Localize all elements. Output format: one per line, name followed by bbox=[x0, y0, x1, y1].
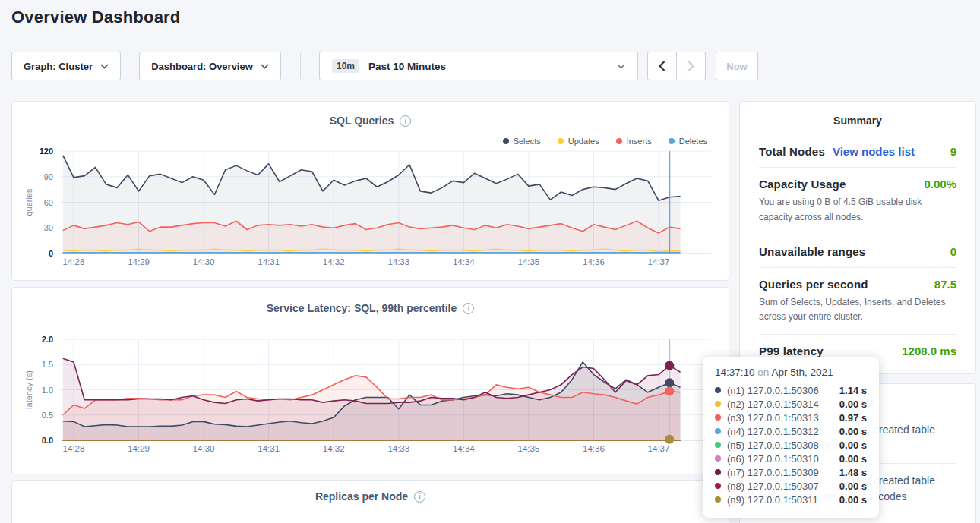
svg-text:60: 60 bbox=[44, 198, 53, 207]
node-dot-icon bbox=[715, 469, 721, 475]
time-range-label: Past 10 Minutes bbox=[368, 61, 446, 72]
tooltip-node-label: (n8) 127.0.0.1:50307 bbox=[727, 480, 833, 492]
svg-text:14:36: 14:36 bbox=[583, 444, 605, 453]
tooltip-node-value: 1.48 s bbox=[839, 467, 867, 478]
summary-row-capacity-usage: Capacity Usage 0.00% You are using 0 B o… bbox=[759, 167, 956, 235]
svg-text:1.0: 1.0 bbox=[42, 386, 53, 395]
replicas-chart-title: Replicas per Node i bbox=[12, 490, 729, 503]
time-range-dropdown[interactable]: 10m Past 10 Minutes bbox=[319, 52, 638, 80]
legend-item-updates[interactable]: Updates bbox=[558, 137, 599, 146]
info-icon[interactable]: i bbox=[463, 303, 474, 314]
node-dot-icon bbox=[715, 496, 721, 503]
node-dot-icon bbox=[715, 401, 721, 407]
svg-text:0.0: 0.0 bbox=[42, 436, 53, 445]
svg-text:latency (s): latency (s) bbox=[24, 370, 33, 409]
tooltip-node-value: 0.00 s bbox=[839, 426, 867, 437]
graph-dropdown-label: Graph: Cluster bbox=[24, 61, 93, 72]
tooltip-rows: (n1) 127.0.0.1:503061.14 s(n2) 127.0.0.1… bbox=[715, 383, 867, 506]
tooltip-node-row: (n4) 127.0.0.1:503120.00 s bbox=[715, 424, 867, 438]
node-dot-icon bbox=[715, 414, 721, 421]
node-dot-icon bbox=[715, 387, 721, 393]
svg-text:14:34: 14:34 bbox=[453, 444, 475, 453]
svg-text:14:36: 14:36 bbox=[583, 257, 605, 266]
sql-queries-chart-title: SQL Queries i bbox=[12, 115, 729, 127]
updates-dot-icon bbox=[558, 138, 564, 144]
svg-text:1.5: 1.5 bbox=[42, 360, 53, 369]
dashboard-dropdown-label: Dashboard: Overview bbox=[151, 61, 253, 72]
controls-divider bbox=[300, 53, 301, 79]
tooltip-node-label: (n9) 127.0.0.1:50311 bbox=[727, 494, 833, 506]
svg-text:14:30: 14:30 bbox=[193, 257, 215, 266]
svg-text:120: 120 bbox=[40, 147, 53, 156]
tooltip-node-label: (n2) 127.0.0.1:50314 bbox=[727, 399, 833, 410]
legend-item-selects[interactable]: Selects bbox=[503, 137, 541, 146]
legend-label: Selects bbox=[514, 137, 541, 146]
tooltip-node-value: 0.00 s bbox=[839, 440, 867, 451]
capacity-usage-value: 0.00% bbox=[924, 178, 956, 191]
tooltip-node-label: (n4) 127.0.0.1:50312 bbox=[727, 426, 833, 437]
tooltip-node-row: (n6) 127.0.0.1:503100.00 s bbox=[715, 452, 867, 465]
legend-item-inserts[interactable]: Inserts bbox=[616, 137, 652, 146]
unavailable-ranges-value: 0 bbox=[950, 245, 956, 258]
legend-item-deletes[interactable]: Deletes bbox=[669, 137, 707, 146]
tooltip-node-value: 0.00 s bbox=[839, 399, 867, 410]
node-dot-icon bbox=[715, 483, 721, 489]
qps-description: Sum of Selects, Updates, Inserts, and De… bbox=[759, 295, 956, 326]
chevron-down-icon bbox=[617, 64, 625, 69]
svg-text:14:33: 14:33 bbox=[387, 444, 409, 453]
summary-title: Summary bbox=[740, 115, 975, 127]
legend-label: Updates bbox=[568, 137, 599, 146]
tooltip-node-value: 0.00 s bbox=[839, 453, 867, 465]
time-forward-button[interactable] bbox=[676, 52, 706, 80]
tooltip-node-value: 0.97 s bbox=[839, 412, 867, 424]
service-latency-panel: Service Latency: SQL, 99th percentile i … bbox=[11, 287, 729, 474]
tooltip-node-label: (n5) 127.0.0.1:50308 bbox=[727, 440, 833, 451]
svg-text:0: 0 bbox=[49, 249, 53, 258]
sql-queries-chart[interactable]: 14:2814:2914:3014:3114:3214:3314:3414:35… bbox=[12, 147, 729, 277]
inserts-dot-icon bbox=[616, 138, 622, 144]
legend-label: Deletes bbox=[679, 137, 707, 146]
tooltip-node-value: 1.14 s bbox=[839, 385, 867, 396]
svg-text:2.0: 2.0 bbox=[42, 335, 53, 344]
svg-text:14:34: 14:34 bbox=[453, 257, 475, 266]
node-dot-icon bbox=[715, 442, 721, 448]
svg-text:14:37: 14:37 bbox=[648, 257, 670, 266]
tooltip-node-row: (n3) 127.0.0.1:503130.97 s bbox=[715, 411, 867, 424]
tooltip-node-row: (n7) 127.0.0.1:503091.48 s bbox=[715, 465, 867, 479]
node-dot-icon bbox=[715, 428, 721, 434]
svg-text:14:31: 14:31 bbox=[258, 257, 280, 266]
tooltip-node-label: (n7) 127.0.0.1:50309 bbox=[727, 467, 833, 478]
replicas-per-node-panel: Replicas per Node i bbox=[11, 480, 729, 523]
selects-dot-icon bbox=[503, 138, 509, 144]
service-latency-chart[interactable]: 14:2814:2914:3014:3114:3214:3314:3414:35… bbox=[12, 335, 729, 464]
summary-row-total-nodes: Total Nodes View nodes list 9 bbox=[759, 135, 956, 167]
time-back-button[interactable] bbox=[647, 52, 677, 80]
sql-queries-panel: SQL Queries i Selects Updates Inserts De… bbox=[11, 101, 729, 281]
chevron-right-icon bbox=[688, 61, 694, 71]
svg-text:90: 90 bbox=[44, 172, 53, 181]
chevron-down-icon bbox=[100, 64, 109, 69]
service-latency-chart-title: Service Latency: SQL, 99th percentile i bbox=[12, 302, 729, 314]
legend-label: Inserts bbox=[627, 137, 652, 146]
view-nodes-list-link[interactable]: View nodes list bbox=[833, 145, 915, 158]
total-nodes-value: 9 bbox=[950, 145, 956, 158]
chevron-down-icon bbox=[261, 64, 269, 69]
summary-row-unavailable-ranges: Unavailable ranges 0 bbox=[759, 235, 956, 267]
tooltip-node-row: (n5) 127.0.0.1:503080.00 s bbox=[715, 438, 867, 452]
page-title: Overview Dashboard bbox=[11, 8, 180, 27]
graph-dropdown[interactable]: Graph: Cluster bbox=[11, 52, 121, 80]
dashboard-dropdown[interactable]: Dashboard: Overview bbox=[139, 52, 281, 80]
svg-text:14:31: 14:31 bbox=[258, 444, 280, 453]
info-icon[interactable]: i bbox=[414, 491, 425, 503]
svg-text:14:28: 14:28 bbox=[63, 444, 85, 453]
overview-dashboard-page: Overview Dashboard Graph: Cluster Dashbo… bbox=[0, 0, 980, 523]
p99-latency-value: 1208.0 ms bbox=[902, 345, 956, 358]
svg-text:14:33: 14:33 bbox=[387, 257, 409, 266]
now-button[interactable]: Now bbox=[716, 52, 758, 80]
svg-text:0.5: 0.5 bbox=[42, 411, 53, 420]
tooltip-node-row: (n9) 127.0.0.1:503110.00 s bbox=[715, 493, 867, 506]
tooltip-node-value: 0.00 s bbox=[839, 494, 867, 506]
info-icon[interactable]: i bbox=[400, 115, 411, 127]
svg-text:14:35: 14:35 bbox=[517, 257, 539, 266]
summary-row-queries-per-second: Queries per second 87.5 Sum of Selects, … bbox=[759, 267, 956, 335]
